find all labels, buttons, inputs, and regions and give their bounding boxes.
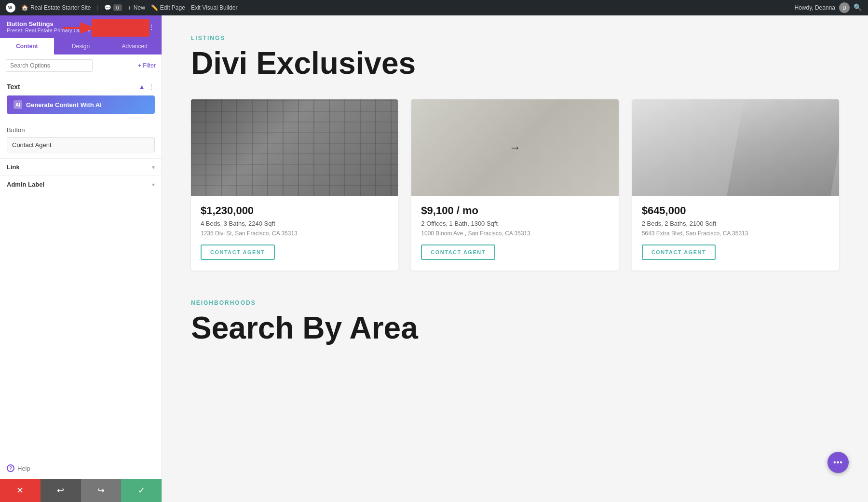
- contact-agent-button-3[interactable]: CONTACT AGENT: [642, 244, 716, 260]
- pencil-icon: ✏️: [151, 4, 158, 11]
- neighborhoods-section: NEIGHBORHOODS Search By Area: [191, 295, 839, 345]
- site-link[interactable]: 🏠 Real Estate Starter Site: [21, 4, 91, 11]
- exit-builder-link[interactable]: Exit Visual Builder: [191, 4, 238, 11]
- search-options-input[interactable]: [6, 59, 93, 72]
- main-layout: Button Settings Preset: Real Estate Prim…: [0, 15, 868, 502]
- button-section: Button: [0, 126, 162, 158]
- top-bar-right: Howdy, Deanna D 🔍: [795, 2, 863, 13]
- listings-heading: Divi Exclusives: [191, 46, 839, 80]
- sidebar-title-group: Button Settings Preset: Real Estate Prim…: [7, 20, 105, 33]
- help-icon: ?: [7, 464, 14, 472]
- comment-icon: 💬: [104, 4, 111, 11]
- card-body-2: $9,100 / mo 2 Offices, 1 Bath, 1300 Sqft…: [411, 196, 618, 271]
- comment-count: 0: [113, 4, 122, 11]
- property-card: $645,000 2 Beds, 2 Baths, 2100 Sqft 5643…: [632, 99, 839, 271]
- save-button[interactable]: ✓: [121, 479, 162, 502]
- card-details-3: 2 Beds, 2 Baths, 2100 Sqft: [642, 220, 829, 227]
- card-body-3: $645,000 2 Beds, 2 Baths, 2100 Sqft 5643…: [632, 196, 839, 271]
- card-details-2: 2 Offices, 1 Bath, 1300 Sqft: [421, 220, 609, 227]
- site-icon: 🏠: [21, 4, 28, 11]
- admin-label-header[interactable]: Admin Label ▾: [7, 181, 155, 188]
- card-body-1: $1,230,000 4 Beds, 3 Baths, 2240 Sqft 12…: [191, 196, 398, 271]
- main-content: LISTINGS Divi Exclusives $1,230,000 4 Be…: [162, 15, 868, 502]
- card-address-2: 1000 Bloom Ave., San Fracisco, CA 35313: [421, 230, 609, 237]
- link-section-title: Link: [7, 163, 20, 171]
- comment-icon-item[interactable]: 💬 0: [104, 4, 122, 11]
- card-address-1: 1235 Divi St, San Fracisco, CA 35313: [201, 230, 388, 237]
- sidebar-title: Button Settings: [7, 20, 105, 27]
- neighborhoods-label: NEIGHBORHOODS: [191, 299, 839, 306]
- collapse-icon[interactable]: ▲: [138, 83, 145, 91]
- divider-1: |: [96, 4, 98, 11]
- contact-agent-button-1[interactable]: CONTACT AGENT: [201, 244, 275, 260]
- contact-agent-button-2[interactable]: CONTACT AGENT: [421, 244, 495, 260]
- listings-label: LISTINGS: [191, 35, 839, 41]
- card-image-3: [632, 99, 839, 196]
- property-card: → $9,100 / mo 2 Offices, 1 Bath, 1300 Sq…: [411, 99, 618, 271]
- property-cards-grid: $1,230,000 4 Beds, 3 Baths, 2240 Sqft 12…: [191, 99, 839, 271]
- sidebar-header: Button Settings Preset: Real Estate Prim…: [0, 15, 162, 38]
- link-section-header[interactable]: Link ▾: [7, 163, 155, 171]
- text-section: Text ▲ ⋮ AI Generate Content With AI: [0, 77, 162, 126]
- top-bar: W 🏠 Real Estate Starter Site | 💬 0 + New…: [0, 0, 868, 15]
- section-more-icon[interactable]: ⋮: [148, 83, 155, 91]
- arrow-right-icon: →: [509, 141, 521, 154]
- neighborhoods-heading: Search By Area: [191, 311, 839, 345]
- button-text-input[interactable]: [7, 137, 155, 152]
- admin-chevron-icon: ▾: [152, 181, 155, 188]
- new-button[interactable]: + New: [128, 4, 145, 12]
- search-icon[interactable]: 🔍: [854, 3, 862, 12]
- layout-icon[interactable]: ▤: [138, 23, 144, 31]
- svg-text:W: W: [8, 5, 12, 10]
- card-details-1: 4 Beds, 3 Baths, 2240 Sqft: [201, 220, 388, 227]
- filter-button[interactable]: + Filter: [138, 62, 156, 69]
- property-card: $1,230,000 4 Beds, 3 Baths, 2240 Sqft 12…: [191, 99, 398, 271]
- button-field-label: Button: [7, 126, 155, 134]
- fab-dots-icon: •••: [833, 458, 843, 467]
- admin-label-section: Admin Label ▾: [0, 176, 162, 193]
- edit-page-link[interactable]: ✏️ Edit Page: [151, 4, 185, 11]
- admin-label-title: Admin Label: [7, 181, 44, 188]
- tab-design[interactable]: Design: [54, 38, 108, 54]
- card-image-1: [191, 99, 398, 196]
- text-section-title: Text: [7, 83, 20, 91]
- help-button[interactable]: ? Help: [0, 458, 162, 479]
- fab-button[interactable]: •••: [827, 452, 849, 473]
- plus-icon: +: [128, 4, 132, 12]
- sidebar-search-bar: + Filter: [0, 54, 162, 77]
- card-price-2: $9,100 / mo: [421, 204, 609, 217]
- sidebar-header-icons: ⧉ ▤ ⋮: [129, 23, 155, 31]
- sidebar-tabs: Content Design Advanced: [0, 38, 162, 54]
- card-image-2: →: [411, 99, 618, 196]
- copy-icon[interactable]: ⧉: [129, 23, 134, 31]
- ai-icon: AI: [14, 100, 22, 109]
- link-section: Link ▾: [0, 158, 162, 176]
- text-section-header: Text ▲ ⋮: [7, 83, 155, 91]
- redo-button[interactable]: ↪: [81, 479, 122, 502]
- card-address-3: 5643 Extra Blvd, San Fracisco, CA 35313: [642, 230, 829, 237]
- listings-section: LISTINGS Divi Exclusives $1,230,000 4 Be…: [191, 35, 839, 271]
- undo-button[interactable]: ↩: [41, 479, 81, 502]
- card-price-1: $1,230,000: [201, 204, 388, 217]
- tab-content[interactable]: Content: [0, 38, 54, 54]
- sidebar-preset: Preset: Real Estate Primary Outline Smal…: [7, 27, 105, 33]
- wordpress-icon[interactable]: W: [6, 3, 15, 13]
- sidebar-bottom-bar: ✕ ↩ ↪ ✓: [0, 479, 162, 502]
- close-button[interactable]: ✕: [0, 479, 41, 502]
- tab-advanced[interactable]: Advanced: [108, 38, 162, 54]
- more-options-icon[interactable]: ⋮: [148, 23, 155, 31]
- user-avatar[interactable]: D: [839, 2, 850, 13]
- link-chevron-icon: ▾: [152, 164, 155, 171]
- card-price-3: $645,000: [642, 204, 829, 217]
- generate-ai-button[interactable]: AI Generate Content With AI: [7, 95, 155, 114]
- sidebar: Button Settings Preset: Real Estate Prim…: [0, 15, 162, 502]
